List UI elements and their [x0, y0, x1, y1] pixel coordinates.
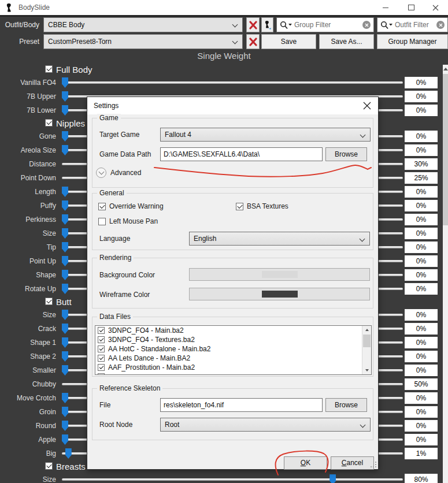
cancel-button[interactable]: Cancel	[331, 456, 374, 470]
data-file-item[interactable]: AA HotC - Standalone - Main.ba2	[95, 344, 371, 354]
slider-thumb[interactable]	[62, 421, 68, 431]
slider-thumb[interactable]	[62, 324, 68, 334]
list-scroll-up-button[interactable]	[362, 326, 371, 334]
slider-percent-field[interactable]: 0%	[405, 91, 438, 102]
slider-percent-field[interactable]: 0%	[405, 214, 438, 225]
slider-percent-field[interactable]: 0%	[405, 131, 438, 142]
target-game-dropdown[interactable]: Fallout 4	[160, 128, 371, 142]
left-mouse-pan-checkbox[interactable]: Left Mouse Pan	[98, 217, 158, 225]
browse-skeleton-button[interactable]: Browse	[325, 398, 367, 412]
language-dropdown[interactable]: English	[189, 232, 370, 246]
advanced-toggle[interactable]: Advanced	[96, 168, 141, 178]
slider-percent-field[interactable]: 30%	[405, 158, 438, 170]
slider-thumb[interactable]	[62, 310, 68, 320]
ok-button[interactable]: OK	[284, 456, 327, 470]
checkbox-checked-icon[interactable]	[45, 65, 53, 73]
minimize-button[interactable]	[374, 0, 397, 15]
save-button[interactable]: Save	[261, 34, 316, 49]
slider-percent-field[interactable]: 50%	[405, 378, 438, 390]
main-scrollbar[interactable]	[443, 65, 448, 483]
slider-thumb[interactable]	[62, 145, 68, 155]
slider-thumb[interactable]	[62, 187, 68, 197]
slider-percent-field[interactable]: 0%	[405, 406, 438, 418]
slider-percent-field[interactable]: 0%	[405, 337, 438, 348]
data-file-item[interactable]: AA Lets Dance - Main.BA2	[95, 354, 371, 363]
slider-thumb[interactable]	[62, 434, 68, 445]
slider-thumb[interactable]	[62, 393, 68, 403]
slider-thumb[interactable]	[65, 448, 72, 459]
slider-percent-field[interactable]: 80%	[405, 474, 438, 483]
slider-thumb[interactable]	[62, 337, 68, 348]
root-node-dropdown[interactable]: Root	[160, 418, 371, 432]
clear-group-filter-button[interactable]	[362, 21, 371, 29]
slider-thumb[interactable]	[62, 284, 68, 294]
slider-thumb[interactable]	[62, 407, 68, 417]
slider-thumb[interactable]	[329, 474, 336, 483]
slider-thumb[interactable]	[62, 77, 68, 88]
bsa-textures-checkbox[interactable]: BSA Textures	[236, 202, 288, 210]
slider-percent-field[interactable]: 0%	[405, 228, 438, 239]
slider-percent-field[interactable]: 0%	[405, 392, 438, 404]
list-scrollbar-thumb[interactable]	[363, 335, 371, 347]
slider-percent-field[interactable]: 0%	[405, 255, 438, 267]
slider-percent-field[interactable]: 0%	[405, 144, 438, 156]
scrollbar-thumb[interactable]	[443, 74, 448, 225]
background-color-button[interactable]	[189, 268, 370, 281]
slider-percent-field[interactable]: 0%	[405, 105, 438, 116]
slider-thumb[interactable]	[62, 131, 68, 142]
dialog-close-button[interactable]	[363, 102, 371, 110]
group-manager-button[interactable]: Group Manager	[377, 34, 448, 49]
slider-percent-field[interactable]: 0%	[405, 365, 438, 376]
slider-thumb[interactable]	[62, 214, 68, 225]
slider-thumb[interactable]	[62, 200, 68, 211]
slider-percent-field[interactable]: 25%	[405, 172, 438, 184]
data-file-item[interactable]: AAF_Prostitution - Main.ba2	[95, 363, 371, 372]
slider-thumb[interactable]	[62, 351, 68, 362]
resize-grip[interactable]	[371, 462, 376, 467]
group-filter-input[interactable]: Group Filter	[276, 17, 374, 32]
slider-thumb[interactable]	[62, 242, 68, 252]
clear-outfit-button[interactable]	[246, 17, 260, 32]
checkbox-checked-icon[interactable]	[98, 327, 105, 334]
slider-percent-field[interactable]: 0%	[405, 242, 438, 253]
data-file-item[interactable]: 3DNPC_FO4 - Textures.ba2	[95, 335, 371, 344]
list-scroll-down-button[interactable]	[362, 366, 371, 374]
slider-track[interactable]	[62, 478, 403, 481]
slider-percent-field[interactable]: 0%	[405, 434, 438, 445]
game-data-path-field[interactable]: D:\GAMES\.SEXFALL6.4\Data\	[160, 147, 323, 161]
checkbox-checked-icon[interactable]	[45, 462, 53, 470]
maximize-button[interactable]	[399, 0, 423, 15]
clear-preset-button[interactable]	[246, 34, 260, 49]
preview-button[interactable]	[261, 17, 273, 32]
override-warning-checkbox[interactable]: Override Warning	[98, 202, 164, 210]
checkbox-checked-icon[interactable]	[45, 298, 53, 305]
slider-thumb[interactable]	[62, 105, 68, 116]
slider-percent-field[interactable]: 1%	[405, 448, 438, 459]
slider-track[interactable]	[62, 81, 403, 84]
slider-percent-field[interactable]: 0%	[405, 77, 438, 88]
checkbox-checked-icon[interactable]	[98, 355, 105, 362]
skeleton-file-field[interactable]: res\skeleton_fo4.nif	[160, 398, 323, 412]
outfit-body-dropdown[interactable]: CBBE Body	[43, 17, 243, 32]
slider-percent-field[interactable]: 0%	[405, 269, 438, 281]
checkbox-checked-icon[interactable]	[98, 345, 105, 352]
slider-percent-field[interactable]: 0%	[405, 351, 438, 362]
data-file-item[interactable]: 3DNPC_FO4 - Main.ba2	[95, 326, 371, 335]
slider-thumb[interactable]	[62, 270, 68, 280]
list-scrollbar[interactable]	[362, 326, 371, 374]
checkbox-checked-icon[interactable]	[98, 336, 105, 343]
slider-thumb[interactable]	[62, 228, 68, 239]
slider-thumb[interactable]	[62, 365, 68, 376]
preset-dropdown[interactable]: CustomPreset8-Torn	[43, 34, 243, 49]
data-files-list[interactable]: 3DNPC_FO4 - Main.ba23DNPC_FO4 - Textures…	[95, 325, 372, 375]
slider-thumb[interactable]	[62, 256, 68, 266]
checkbox-checked-icon[interactable]	[45, 119, 53, 127]
save-as-button[interactable]: Save As...	[319, 34, 374, 49]
scroll-up-button[interactable]	[443, 65, 448, 73]
slider-percent-field[interactable]: 0%	[405, 323, 438, 335]
slider-percent-field[interactable]: 0%	[405, 420, 438, 432]
close-button[interactable]	[424, 0, 447, 15]
slider-percent-field[interactable]: 0%	[405, 200, 438, 211]
checkbox-checked-icon[interactable]	[98, 364, 105, 371]
outfit-filter-input[interactable]: Outfit Filter	[377, 17, 448, 32]
